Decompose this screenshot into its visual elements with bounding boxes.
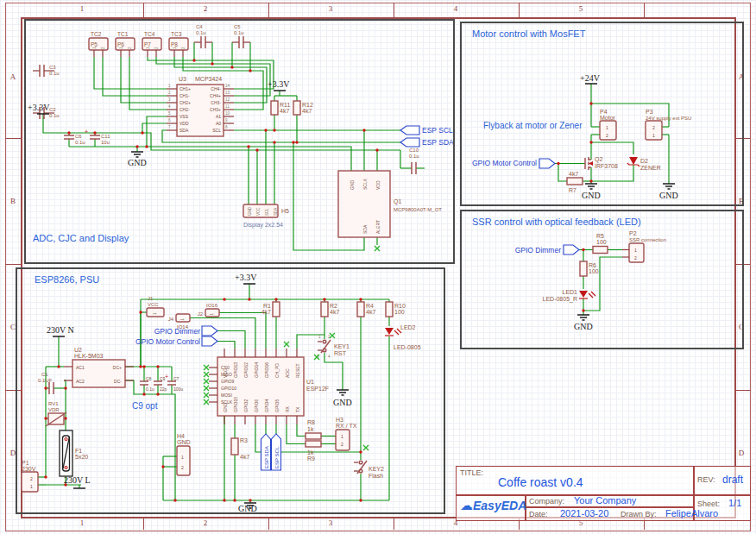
svg-text:TC4: TC4 xyxy=(144,31,155,37)
component-f1-fuse[interactable]: F15x20 xyxy=(60,430,88,476)
power-230vn[interactable]: 230V N xyxy=(47,325,74,336)
svg-text:C10: C10 xyxy=(409,148,419,153)
component-r3[interactable]: R34k7 xyxy=(231,437,249,460)
svg-text:GPIO15: GPIO15 xyxy=(233,397,238,412)
sheet-title[interactable]: Coffe roast v0.4 xyxy=(498,475,583,489)
svg-text:CH2+: CH2+ xyxy=(180,100,191,105)
component-u3-mcp3424[interactable]: U3MCP3424 12 34 56 7 1413 1211 109 8 CH1… xyxy=(167,76,234,136)
date-value[interactable]: 2021-03-20 xyxy=(560,508,608,518)
rev-value[interactable]: draft xyxy=(722,474,743,486)
section-ssr-control[interactable]: SSR control with optical feedback (LED) … xyxy=(460,210,744,349)
ssr-canvas[interactable]: SSR control with optical feedback (LED) … xyxy=(462,211,742,348)
netflag-gpio-dimmer[interactable]: GPIO Dimmer xyxy=(515,245,579,254)
component-key1-rst[interactable]: 12 34 KEY1RST xyxy=(314,333,350,360)
component-d2-zener[interactable]: D2ZENER xyxy=(627,157,661,171)
gnd-symbol-p3[interactable]: GND xyxy=(659,184,678,200)
section-motor-control[interactable]: Motor control with MosFET +24V P4Motor 1… xyxy=(460,22,744,206)
component-r4[interactable]: R44k7 xyxy=(357,302,375,317)
component-q2-irf3708[interactable]: Q2IRF3708 xyxy=(585,156,618,170)
company-value[interactable]: Your Company xyxy=(574,495,636,506)
gnd-symbol-adc[interactable]: GND xyxy=(128,152,147,167)
component-p8-tc3[interactable]: TC3 P8 1 2 xyxy=(169,31,188,57)
power-230vl[interactable]: 230V L xyxy=(64,475,91,488)
power-33v-esp[interactable]: +3.3V xyxy=(235,273,257,284)
component-r5[interactable]: R5100 xyxy=(593,233,608,254)
netflag-gpio-motor[interactable]: GPIO Motor Control xyxy=(472,159,555,168)
c9-opt-note[interactable]: C9 opt xyxy=(132,401,158,411)
component-c5[interactable]: C50.1u xyxy=(232,24,250,48)
component-p4-motor[interactable]: P4Motor 12 xyxy=(600,109,616,141)
component-r7[interactable]: 4k7R7 xyxy=(567,171,583,193)
svg-text:SDA: SDA xyxy=(180,128,189,133)
component-h3-rxtx[interactable]: H3RX / TX 12 xyxy=(336,417,357,450)
component-p1-230v[interactable]: P1230V 21 xyxy=(22,460,38,492)
sheet-value[interactable]: 1/1 xyxy=(728,498,741,508)
component-r10[interactable]: R10100 xyxy=(386,302,406,317)
svg-text:CH2-: CH2- xyxy=(180,107,190,112)
svg-text:CH1+: CH1+ xyxy=(180,86,191,91)
netflag-gpio-dimmer-esp[interactable]: GPIO Dimmer xyxy=(154,326,217,336)
drawn-by-value[interactable]: FelipeAlvaro xyxy=(665,508,718,518)
section-esp8266-psu[interactable]: ESP8266, PSU +3.3V J1VCC 1 IO16 J2 1 J4 … xyxy=(16,267,445,514)
component-r1[interactable]: R14k7 xyxy=(261,302,280,317)
gnd-symbol-ssr[interactable]: GND xyxy=(574,315,593,331)
component-q1-mcp9800[interactable]: GND SCLK VDD SDA ALERT Q1 MCP9800A0T-M_O… xyxy=(338,171,442,251)
component-u2-hlk5m03[interactable]: U2HLK-5M03 AC1AC2 DC+DC- xyxy=(64,347,134,387)
svg-text:2: 2 xyxy=(341,442,343,447)
component-h5-display[interactable]: GND VCC SCL SDA H5 Display 2x2.54 xyxy=(243,204,289,229)
power-24v[interactable]: +24V xyxy=(580,73,601,84)
gnd-symbol-key1[interactable]: GND xyxy=(333,390,352,407)
component-r9[interactable]: 1kR9 xyxy=(306,441,321,462)
motor-canvas[interactable]: Motor control with MosFET +24V P4Motor 1… xyxy=(462,23,742,204)
svg-text:4k7: 4k7 xyxy=(261,309,271,315)
component-r12[interactable]: R124k7 xyxy=(293,101,313,115)
adc-section-title[interactable]: ADC, CJC and Display xyxy=(33,233,129,243)
component-p5-tc2[interactable]: TC2 P5 1 2 xyxy=(89,31,108,57)
component-h4-gnd[interactable]: H4GND 12 xyxy=(177,433,191,475)
motor-section-title[interactable]: Motor control with MosFET xyxy=(472,28,586,39)
component-r8[interactable]: R81k xyxy=(306,419,321,439)
gnd-symbol-q2[interactable]: GND xyxy=(582,184,601,200)
component-r2[interactable]: R24k7 xyxy=(321,302,339,317)
component-c7[interactable]: + C7100u xyxy=(165,374,183,392)
component-u1-esp12f[interactable]: VCC GPIO13 GPIO12 GPIO14 GPIO16 CH_PD AD… xyxy=(204,342,329,424)
esp-canvas[interactable]: ESP8266, PSU +3.3V J1VCC 1 IO16 J2 1 J4 … xyxy=(17,269,444,512)
component-c4[interactable]: C40.1u xyxy=(194,24,212,48)
component-c3[interactable]: C30.1u xyxy=(33,65,60,77)
tick xyxy=(268,3,269,17)
svg-text:13: 13 xyxy=(225,91,230,95)
svg-text:ESP SDA: ESP SDA xyxy=(422,138,453,147)
svg-text:H3: H3 xyxy=(336,417,343,423)
ssr-section-title[interactable]: SSR control with optical feedback (LED) xyxy=(472,217,641,227)
component-p2-ssr[interactable]: P2SSR connection 12 xyxy=(622,230,666,262)
netflag-esp-sda[interactable]: ESP SDA xyxy=(400,138,453,147)
svg-text:Motor: Motor xyxy=(600,115,616,121)
component-c8[interactable]: C80.1u xyxy=(140,376,154,393)
netflag-esp-sda-vert[interactable]: ESP SDA xyxy=(261,434,271,470)
section-adc-cjc-display[interactable]: TC2 P5 1 2 TC1 P6 1 2 TC4 P7 1 2 TC3 P8 … xyxy=(24,19,455,264)
netflag-esp-scl[interactable]: ESP SCL xyxy=(400,126,453,135)
component-p6-tc1[interactable]: TC1 P6 1 2 xyxy=(116,31,135,57)
gnd-symbol-esp-bottom[interactable]: GND xyxy=(238,503,257,512)
netflag-gpio-motor-esp[interactable]: GPIO Motor Control xyxy=(135,336,217,346)
component-r11[interactable]: R114k7 xyxy=(271,101,290,115)
svg-text:GPIO9: GPIO9 xyxy=(221,379,235,384)
component-led2[interactable]: LED2 LED-0805 xyxy=(385,324,421,350)
component-rv1-vdr[interactable]: RV1VDR xyxy=(46,401,66,426)
component-r6[interactable]: R6100 xyxy=(580,261,599,276)
component-key2-flash[interactable]: KEY2Flash xyxy=(354,445,384,479)
netflag-esp-scl-vert[interactable]: ESP SCL xyxy=(272,434,281,470)
component-led1[interactable]: LED1 LED-0805_R xyxy=(543,289,595,303)
flyback-note[interactable]: Flyback at motor or Zener xyxy=(483,121,583,130)
svg-text:0.1u: 0.1u xyxy=(75,140,85,145)
component-c10[interactable]: C100.1u xyxy=(409,148,419,174)
ruler-left-b: B xyxy=(7,197,19,205)
adc-canvas[interactable]: TC2 P5 1 2 TC1 P6 1 2 TC4 P7 1 2 TC3 P8 … xyxy=(26,21,453,262)
component-p7-tc4[interactable]: TC4 P7 1 2 xyxy=(142,31,161,57)
esp-section-title[interactable]: ESP8266, PSU xyxy=(35,274,99,285)
component-c6[interactable]: C60.1u xyxy=(64,134,85,145)
component-c11[interactable]: + C1110u xyxy=(85,129,110,145)
component-j2-io16[interactable]: IO16 J2 1 xyxy=(198,303,219,317)
svg-text:2: 2 xyxy=(168,91,171,95)
power-33v-left[interactable]: +3.3V xyxy=(28,103,50,114)
